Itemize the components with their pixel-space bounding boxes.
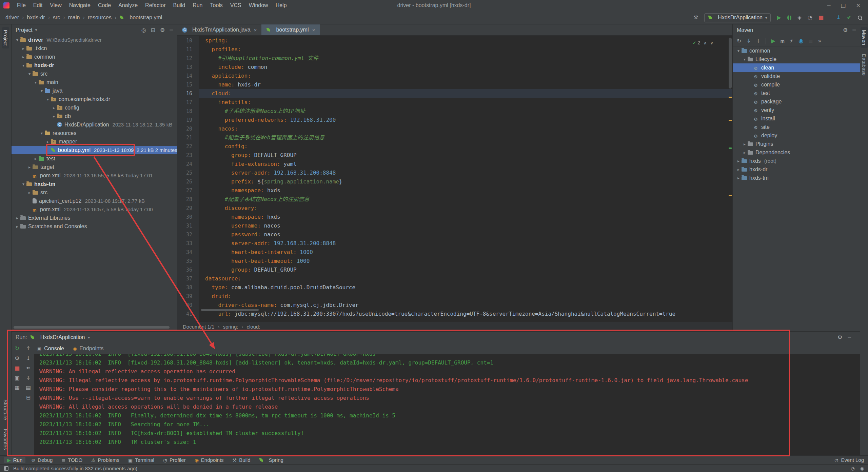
menu-code[interactable]: Code (95, 1, 114, 9)
maven-tree-item[interactable]: compile (733, 80, 860, 89)
code-line[interactable]: 23 group: DEFAULT_GROUP (177, 151, 732, 160)
maven-tree-item[interactable]: ▸hxds(root) (733, 157, 860, 165)
restore-layout-icon[interactable]: ▦ (15, 385, 20, 391)
chevron-collapsed-icon[interactable]: ▸ (14, 224, 20, 229)
toolwindow-button-spring[interactable]: Spring (256, 457, 286, 463)
maven-tree-item[interactable]: ▾Lifecycle (733, 55, 860, 63)
code-line[interactable]: 37datasource: (177, 274, 732, 283)
chevron-collapsed-icon[interactable]: ▸ (735, 167, 742, 172)
project-tree-item[interactable]: ▾hxds-tm (12, 180, 177, 188)
console-line[interactable]: 2023/11/13 18:16:02 INFO Finally, determ… (39, 411, 860, 420)
background-tasks-icon[interactable]: ◔ (851, 466, 854, 471)
offline-mode-icon[interactable]: ◉ (798, 38, 803, 44)
code-line[interactable]: 20 nacos: (177, 124, 732, 133)
prev-problem-icon[interactable]: ∧ (704, 41, 707, 45)
maven-tree-item[interactable]: ▸Dependencies (733, 148, 860, 157)
code-line[interactable]: 32 password: nacos (177, 230, 732, 239)
code-line[interactable]: 30 namespace: hxds (177, 213, 732, 221)
code-line[interactable]: 17 inetutils: (177, 98, 732, 107)
chevron-expanded-icon[interactable]: ▾ (742, 57, 748, 62)
inspection-widget[interactable]: ✔ 2 ∧ ∨ (692, 38, 713, 47)
code-line[interactable]: 11 profiles: (177, 45, 732, 54)
project-tree-item[interactable]: ▸src (12, 188, 177, 197)
vcs-update-button[interactable]: ↓ (836, 15, 841, 20)
maximize-icon[interactable]: □ (841, 3, 846, 8)
console-line[interactable]: WARNING: Illegal reflective access by io… (39, 376, 860, 385)
code-line[interactable]: 12 #引用application-common.yml 文件 (177, 54, 732, 63)
toolwindow-button-debug[interactable]: ⊚Debug (28, 457, 56, 463)
close-tab-icon[interactable]: × (254, 27, 257, 33)
search-everywhere-icon[interactable] (857, 15, 863, 20)
project-tree-item[interactable]: HxdsDrApplication2023-11-13 18:12, 1.35 … (12, 120, 177, 129)
print-icon[interactable]: ▤ (26, 385, 31, 391)
yaml-breadcrumb-item[interactable]: cloud: (246, 324, 260, 330)
chevron-expanded-icon[interactable]: ▾ (39, 88, 45, 93)
execute-maven-goal-icon[interactable]: m (781, 38, 785, 44)
editor-horizontal-scrollbar[interactable] (201, 309, 259, 311)
toolwindow-stripe-structure[interactable]: Structure (2, 397, 9, 423)
chevron-down-icon[interactable]: ▾ (35, 28, 37, 32)
chevron-expanded-icon[interactable]: ▾ (20, 63, 26, 68)
edit-configuration-icon[interactable]: ⚙ (15, 356, 19, 361)
maven-tree-item[interactable]: verify (733, 106, 860, 114)
chevron-collapsed-icon[interactable]: ▸ (51, 114, 57, 119)
hide-panel-icon[interactable]: ─ (170, 27, 173, 33)
maven-tree-item[interactable]: site (733, 123, 860, 131)
chevron-collapsed-icon[interactable]: ▸ (20, 46, 26, 51)
toolwindow-button-run[interactable]: ▶Run (4, 457, 25, 463)
close-tab-icon[interactable]: × (312, 27, 315, 33)
chevron-collapsed-icon[interactable]: ▸ (26, 190, 33, 195)
menu-navigate[interactable]: Navigate (66, 1, 94, 9)
maven-tree-item[interactable]: clean (733, 63, 860, 72)
stop-icon[interactable]: ■ (15, 366, 20, 371)
console-line[interactable]: 2023/11/13 18:16:02 INFO [fixed-192.168.… (39, 354, 860, 358)
clear-console-icon[interactable]: ⊟ (26, 395, 31, 400)
chevron-collapsed-icon[interactable]: ▸ (735, 176, 742, 180)
code-line[interactable]: 31 username: nacos (177, 221, 732, 230)
menu-file[interactable]: File (14, 1, 29, 9)
code-line[interactable]: 33 server-addr: 192.168.31.200:8848 (177, 239, 732, 248)
menu-build[interactable]: Build (170, 1, 189, 9)
breadcrumb-item[interactable]: src (53, 15, 60, 21)
yaml-breadcrumb-item[interactable]: spring: (223, 324, 238, 330)
code-line[interactable]: 18 #子系统注册到Nacos上的IP地址 (177, 107, 732, 116)
breadcrumb-item[interactable]: bootstrap.yml (130, 15, 162, 21)
chevron-collapsed-icon[interactable]: ▸ (26, 165, 33, 170)
project-tree-item[interactable]: ▾main (12, 78, 177, 86)
console-line[interactable]: 2023/11/13 18:16:02 INFO Searching for m… (39, 420, 860, 429)
maven-tree-item[interactable]: ▸hxds-tm (733, 174, 860, 182)
project-tree-item[interactable]: pom.xml2023-11-13 16:57, 5.58 kB Today 1… (12, 205, 177, 214)
project-tree-item[interactable]: ▾java (12, 86, 177, 95)
project-tree-item[interactable]: ▾resources (12, 129, 177, 137)
code-line[interactable]: 34 heart-beat-interval: 1000 (177, 248, 732, 257)
project-tree-item[interactable]: ▸Scratches and Consoles (12, 222, 177, 231)
toolwindow-button-terminal[interactable]: ▣Terminal (125, 457, 157, 463)
menu-help[interactable]: Help (272, 1, 290, 9)
chevron-expanded-icon[interactable]: ▾ (735, 48, 742, 53)
skip-tests-icon[interactable]: ⚡ (790, 38, 793, 44)
project-tree-item[interactable]: ▸mapper (12, 137, 177, 146)
code-line[interactable]: 13 include: common (177, 63, 732, 72)
minimize-icon[interactable]: ─ (827, 3, 831, 8)
chevron-expanded-icon[interactable]: ▾ (26, 72, 33, 76)
tab-console[interactable]: ▣ Console (37, 346, 64, 352)
maven-tree-item[interactable]: test (733, 89, 860, 97)
editor-tab-bootstrap-yml[interactable]: bootstrap.yml × (261, 24, 320, 35)
notifications-icon[interactable]: ◉ (860, 466, 864, 471)
console-line[interactable]: WARNING: An illegal reflective access op… (39, 367, 860, 376)
stop-button[interactable]: ■ (818, 15, 824, 20)
toolwindow-stripe-database[interactable]: Database (861, 51, 868, 78)
maven-tree-item[interactable]: ▾common (733, 46, 860, 55)
code-line[interactable]: 14 application: (177, 72, 732, 80)
project-tree-item[interactable]: pom.xml2023-11-13 16:55, 5.98 kB Today 1… (12, 171, 177, 180)
editor-scrollbar[interactable] (728, 36, 732, 322)
debug-button[interactable] (787, 15, 791, 20)
maven-tree-item[interactable]: ▸Plugins (733, 140, 860, 148)
chevron-collapsed-icon[interactable]: ▸ (742, 150, 748, 155)
console-line[interactable]: 2023/11/13 18:16:02 INFO TM cluster's si… (39, 438, 860, 447)
toolwindow-button-profiler[interactable]: ◔Profiler (160, 457, 189, 463)
code-line[interactable]: 19 preferred-networks: 192.168.31.200 (177, 116, 732, 124)
project-tree-item[interactable]: ▾com.example.hxds.dr (12, 95, 177, 103)
coverage-button[interactable]: ◈ (797, 15, 802, 20)
toolwindow-stripe-maven[interactable]: Maven (861, 27, 868, 48)
